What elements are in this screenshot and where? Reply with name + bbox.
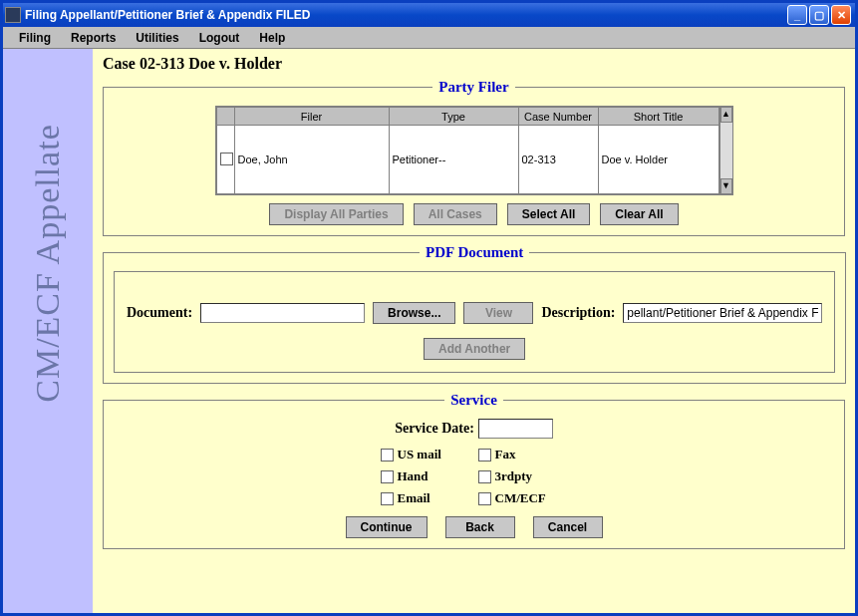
menu-filing[interactable]: Filing bbox=[9, 29, 61, 47]
app-window: Filing Appellant/Petitioner Brief & Appe… bbox=[0, 0, 858, 616]
cell-type: Petitioner-- bbox=[389, 126, 518, 194]
cell-short-title: Doe v. Holder bbox=[598, 126, 718, 194]
app-icon bbox=[5, 7, 21, 23]
table-scrollbar[interactable]: ▲ ▼ bbox=[719, 107, 732, 194]
hand-option[interactable]: Hand bbox=[381, 468, 470, 484]
pdf-legend: PDF Document bbox=[420, 244, 529, 261]
maximize-button[interactable]: ▢ bbox=[809, 5, 829, 25]
sidebar-brand: CM/ECF Appellate bbox=[29, 124, 67, 403]
col-filer: Filer bbox=[234, 108, 389, 126]
document-label: Document: bbox=[127, 305, 192, 321]
checkbox-icon bbox=[478, 492, 491, 505]
service-group: Service Service Date: US mail Fax Hand 3… bbox=[103, 392, 845, 549]
menu-help[interactable]: Help bbox=[249, 29, 295, 47]
description-label: Description: bbox=[541, 305, 615, 321]
col-type: Type bbox=[389, 108, 518, 126]
fax-option[interactable]: Fax bbox=[478, 447, 568, 462]
document-input[interactable] bbox=[200, 303, 365, 323]
window-controls: _ ▢ ✕ bbox=[787, 5, 851, 25]
continue-button[interactable]: Continue bbox=[346, 516, 428, 538]
body-area: CM/ECF Appellate Case 02-313 Doe v. Hold… bbox=[3, 49, 855, 613]
close-button[interactable]: ✕ bbox=[831, 5, 851, 25]
titlebar: Filing Appellant/Petitioner Brief & Appe… bbox=[3, 3, 855, 27]
minimize-button[interactable]: _ bbox=[787, 5, 807, 25]
scroll-up-icon[interactable]: ▲ bbox=[720, 107, 732, 123]
cell-filer: Doe, John bbox=[234, 126, 389, 194]
window-title: Filing Appellant/Petitioner Brief & Appe… bbox=[25, 8, 787, 22]
service-date-label: Service Date: bbox=[395, 421, 474, 437]
case-title: Case 02-313 Doe v. Holder bbox=[103, 55, 845, 73]
email-option[interactable]: Email bbox=[381, 490, 470, 506]
menu-logout[interactable]: Logout bbox=[189, 29, 250, 47]
clear-all-button[interactable]: Clear All bbox=[600, 203, 678, 225]
party-filer-legend: Party Filer bbox=[432, 79, 514, 96]
cmecf-option[interactable]: CM/ECF bbox=[478, 490, 568, 506]
checkbox-icon bbox=[381, 449, 394, 462]
menu-utilities[interactable]: Utilities bbox=[126, 29, 188, 47]
select-all-button[interactable]: Select All bbox=[507, 203, 591, 225]
us-mail-option[interactable]: US mail bbox=[381, 447, 470, 462]
scroll-down-icon[interactable]: ▼ bbox=[720, 178, 732, 194]
add-another-button[interactable]: Add Another bbox=[424, 338, 525, 360]
view-button[interactable]: View bbox=[463, 302, 533, 324]
description-input[interactable] bbox=[623, 303, 822, 323]
col-case-number: Case Number bbox=[518, 108, 598, 126]
display-all-parties-button[interactable]: Display All Parties bbox=[269, 203, 403, 225]
col-check bbox=[216, 108, 234, 126]
table-row[interactable]: Doe, John Petitioner-- 02-313 Doe v. Hol… bbox=[216, 126, 718, 194]
sidebar: CM/ECF Appellate bbox=[3, 49, 93, 613]
menubar: Filing Reports Utilities Logout Help bbox=[3, 27, 855, 49]
back-button[interactable]: Back bbox=[445, 516, 515, 538]
service-methods: US mail Fax Hand 3rdpty Email CM/ECF bbox=[114, 447, 834, 506]
checkbox-icon bbox=[478, 449, 491, 462]
checkbox-icon bbox=[478, 470, 491, 483]
thirdpty-option[interactable]: 3rdpty bbox=[478, 468, 568, 484]
all-cases-button[interactable]: All Cases bbox=[414, 203, 497, 225]
checkbox-icon bbox=[381, 470, 394, 483]
row-checkbox[interactable] bbox=[220, 153, 233, 165]
main-content: Case 02-313 Doe v. Holder Party Filer bbox=[93, 49, 855, 613]
party-filer-table: Filer Type Case Number Short Title Doe, … bbox=[216, 107, 719, 194]
checkbox-icon bbox=[381, 492, 394, 505]
service-legend: Service bbox=[444, 392, 503, 409]
pdf-document-group: PDF Document Document: Browse... View De… bbox=[103, 244, 846, 384]
menu-reports[interactable]: Reports bbox=[61, 29, 126, 47]
cancel-button[interactable]: Cancel bbox=[533, 516, 603, 538]
pdf-inner: Document: Browse... View Description: Ad… bbox=[114, 271, 835, 373]
cell-case-number: 02-313 bbox=[518, 126, 598, 194]
col-short-title: Short Title bbox=[598, 108, 718, 126]
party-filer-table-container: Filer Type Case Number Short Title Doe, … bbox=[215, 106, 733, 195]
browse-button[interactable]: Browse... bbox=[373, 302, 455, 324]
service-date-input[interactable] bbox=[478, 419, 553, 439]
party-filer-group: Party Filer Filer Type bbox=[103, 79, 845, 236]
